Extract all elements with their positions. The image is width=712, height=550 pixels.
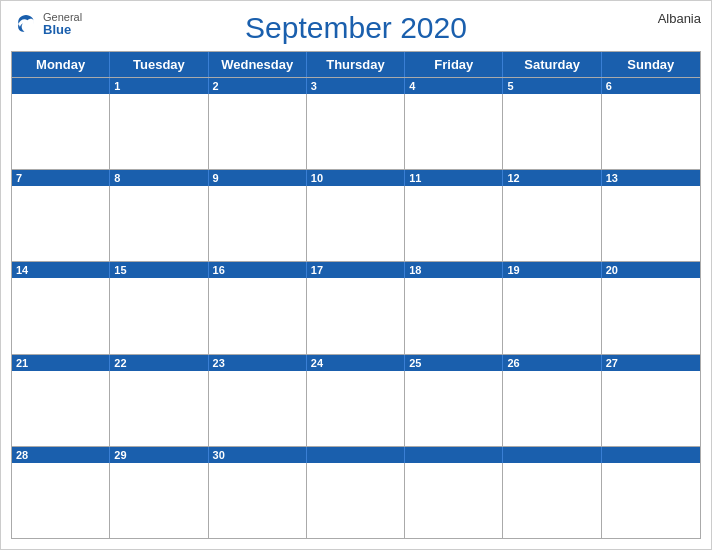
date-cell-1-4: 11 (405, 170, 503, 186)
content-cell-4-1 (110, 463, 208, 538)
content-cell-1-4 (405, 186, 503, 261)
date-cell-1-2: 9 (209, 170, 307, 186)
week-content-row-4 (12, 463, 700, 538)
week-block-2: 14151617181920 (12, 261, 700, 353)
content-cell-0-0 (12, 94, 110, 169)
logo-text: General Blue (43, 11, 82, 37)
date-cell-2-2: 16 (209, 262, 307, 278)
date-cell-0-2: 2 (209, 78, 307, 94)
date-cell-2-6: 20 (602, 262, 700, 278)
content-cell-0-3 (307, 94, 405, 169)
content-cell-0-4 (405, 94, 503, 169)
logo-blue-text: Blue (43, 23, 82, 37)
date-cell-3-1: 22 (110, 355, 208, 371)
date-cell-3-4: 25 (405, 355, 503, 371)
content-cell-3-3 (307, 371, 405, 446)
day-headers: MondayTuesdayWednesdayThursdayFridaySatu… (12, 52, 700, 77)
content-cell-1-1 (110, 186, 208, 261)
content-cell-2-5 (503, 278, 601, 353)
date-cell-4-6 (602, 447, 700, 463)
date-cell-1-1: 8 (110, 170, 208, 186)
content-cell-1-3 (307, 186, 405, 261)
week-date-row-1: 78910111213 (12, 170, 700, 186)
calendar-grid: MondayTuesdayWednesdayThursdayFridaySatu… (11, 51, 701, 539)
content-cell-4-4 (405, 463, 503, 538)
content-cell-4-0 (12, 463, 110, 538)
week-block-4: 282930 (12, 446, 700, 538)
day-header-friday: Friday (405, 52, 503, 77)
date-cell-0-3: 3 (307, 78, 405, 94)
date-cell-2-3: 17 (307, 262, 405, 278)
date-cell-3-0: 21 (12, 355, 110, 371)
week-date-row-3: 21222324252627 (12, 355, 700, 371)
content-cell-2-1 (110, 278, 208, 353)
content-cell-0-5 (503, 94, 601, 169)
content-cell-1-0 (12, 186, 110, 261)
calendar-header: General Blue September 2020 Albania (11, 11, 701, 45)
date-cell-2-4: 18 (405, 262, 503, 278)
day-header-saturday: Saturday (503, 52, 601, 77)
content-cell-3-1 (110, 371, 208, 446)
content-cell-0-6 (602, 94, 700, 169)
week-content-row-3 (12, 371, 700, 446)
date-cell-4-4 (405, 447, 503, 463)
week-content-row-1 (12, 186, 700, 261)
date-cell-1-5: 12 (503, 170, 601, 186)
content-cell-1-5 (503, 186, 601, 261)
date-cell-0-6: 6 (602, 78, 700, 94)
content-cell-3-2 (209, 371, 307, 446)
content-cell-3-5 (503, 371, 601, 446)
content-cell-2-6 (602, 278, 700, 353)
date-cell-0-4: 4 (405, 78, 503, 94)
content-cell-4-6 (602, 463, 700, 538)
calendar-container: General Blue September 2020 Albania Mond… (0, 0, 712, 550)
day-header-tuesday: Tuesday (110, 52, 208, 77)
date-cell-0-5: 5 (503, 78, 601, 94)
content-cell-1-2 (209, 186, 307, 261)
content-cell-4-3 (307, 463, 405, 538)
date-cell-4-5 (503, 447, 601, 463)
week-block-1: 78910111213 (12, 169, 700, 261)
week-block-3: 21222324252627 (12, 354, 700, 446)
content-cell-0-2 (209, 94, 307, 169)
weeks-container: 1234567891011121314151617181920212223242… (12, 77, 700, 538)
day-header-wednesday: Wednesday (209, 52, 307, 77)
calendar-title: September 2020 (245, 11, 467, 45)
day-header-monday: Monday (12, 52, 110, 77)
week-date-row-0: 123456 (12, 78, 700, 94)
general-blue-icon (11, 9, 41, 39)
week-block-0: 123456 (12, 77, 700, 169)
content-cell-3-6 (602, 371, 700, 446)
date-cell-2-5: 19 (503, 262, 601, 278)
content-cell-3-0 (12, 371, 110, 446)
content-cell-4-5 (503, 463, 601, 538)
content-cell-4-2 (209, 463, 307, 538)
week-content-row-0 (12, 94, 700, 169)
date-cell-0-0 (12, 78, 110, 94)
country-label: Albania (658, 11, 701, 26)
date-cell-4-1: 29 (110, 447, 208, 463)
date-cell-3-2: 23 (209, 355, 307, 371)
date-cell-3-6: 27 (602, 355, 700, 371)
content-cell-2-4 (405, 278, 503, 353)
date-cell-4-0: 28 (12, 447, 110, 463)
date-cell-4-2: 30 (209, 447, 307, 463)
date-cell-1-0: 7 (12, 170, 110, 186)
content-cell-0-1 (110, 94, 208, 169)
date-cell-2-1: 15 (110, 262, 208, 278)
logo: General Blue (11, 9, 82, 39)
week-date-row-2: 14151617181920 (12, 262, 700, 278)
day-header-sunday: Sunday (602, 52, 700, 77)
day-header-thursday: Thursday (307, 52, 405, 77)
date-cell-4-3 (307, 447, 405, 463)
date-cell-1-3: 10 (307, 170, 405, 186)
content-cell-2-2 (209, 278, 307, 353)
date-cell-0-1: 1 (110, 78, 208, 94)
content-cell-2-3 (307, 278, 405, 353)
date-cell-3-3: 24 (307, 355, 405, 371)
week-content-row-2 (12, 278, 700, 353)
date-cell-2-0: 14 (12, 262, 110, 278)
date-cell-3-5: 26 (503, 355, 601, 371)
content-cell-3-4 (405, 371, 503, 446)
date-cell-1-6: 13 (602, 170, 700, 186)
